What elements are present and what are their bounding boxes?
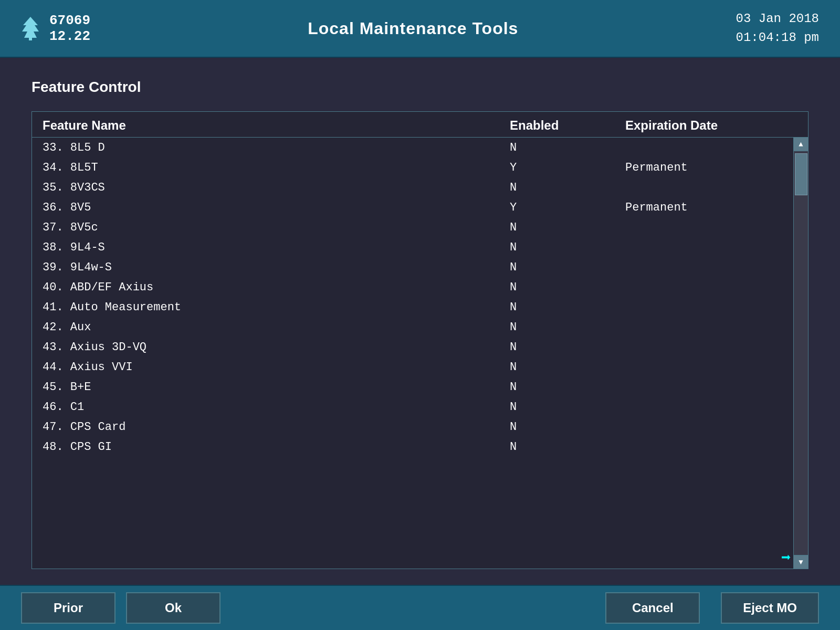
table-row[interactable]: 34. 8L5TYPermanent	[32, 158, 793, 177]
table-row[interactable]: 39. 9L4w-SN	[32, 257, 793, 277]
cell-feature-name: 35. 8V3CS	[43, 181, 510, 194]
tree-icon	[21, 16, 40, 41]
cell-expiry: Permanent	[625, 201, 793, 214]
table-row[interactable]: 46. C1N	[32, 397, 793, 417]
table-row[interactable]: 40. ABD/EF AxiusN	[32, 277, 793, 297]
main-content: Feature Control Feature Name Enabled Exp…	[0, 58, 840, 585]
cell-expiry: Permanent	[625, 161, 793, 174]
cell-enabled: N	[510, 321, 625, 334]
footer: Prior Ok Cancel Eject MO	[0, 585, 840, 630]
system-id: 67069	[49, 13, 90, 28]
svg-rect-1	[29, 38, 32, 40]
cursor-indicator: ⮕	[781, 552, 792, 565]
header-left: 67069 12.22	[21, 13, 90, 44]
table-row[interactable]: 45. B+EN	[32, 377, 793, 397]
cell-feature-name: 37. 8V5c	[43, 221, 510, 234]
cell-enabled: N	[510, 301, 625, 314]
table-row[interactable]: 42. AuxN	[32, 317, 793, 337]
table-row[interactable]: 41. Auto MeasurementN	[32, 297, 793, 317]
cell-feature-name: 43. Axius 3D-VQ	[43, 341, 510, 354]
header-date: 03 Jan 2018	[736, 9, 819, 28]
cell-feature-name: 39. 9L4w-S	[43, 261, 510, 274]
col-enabled: Enabled	[510, 118, 625, 133]
table-body: 33. 8L5 DN34. 8L5TYPermanent35. 8V3CSN36…	[32, 138, 808, 569]
cell-enabled: Y	[510, 201, 625, 214]
cell-feature-name: 46. C1	[43, 401, 510, 414]
cell-enabled: N	[510, 361, 625, 374]
scroll-up-arrow[interactable]: ▲	[794, 138, 808, 151]
table-row[interactable]: 36. 8V5YPermanent	[32, 197, 793, 217]
col-feature-name: Feature Name	[43, 118, 510, 133]
header: 67069 12.22 Local Maintenance Tools 03 J…	[0, 0, 840, 58]
cell-enabled: N	[510, 401, 625, 414]
scroll-down-arrow[interactable]: ▼	[794, 555, 808, 569]
eject-mo-button[interactable]: Eject MO	[721, 592, 819, 624]
cell-enabled: N	[510, 221, 625, 234]
table-row[interactable]: 44. Axius VVIN	[32, 357, 793, 377]
cell-enabled: Y	[510, 161, 625, 174]
prior-button[interactable]: Prior	[21, 592, 116, 624]
cell-enabled: N	[510, 141, 625, 154]
scrollbar-thumb[interactable]	[795, 153, 807, 195]
cell-enabled: N	[510, 421, 625, 434]
table-row[interactable]: 48. CPS GIN	[32, 437, 793, 457]
header-time: 01:04:18 pm	[736, 28, 819, 47]
cell-feature-name: 36. 8V5	[43, 201, 510, 214]
table-row[interactable]: 47. CPS CardN	[32, 417, 793, 437]
table-header: Feature Name Enabled Expiration Date	[32, 112, 808, 138]
cell-feature-name: 33. 8L5 D	[43, 141, 510, 154]
table-row[interactable]: 43. Axius 3D-VQN	[32, 337, 793, 357]
table-row[interactable]: 33. 8L5 DN	[32, 138, 793, 158]
cell-enabled: N	[510, 381, 625, 394]
ok-button[interactable]: Ok	[126, 592, 220, 624]
cell-feature-name: 44. Axius VVI	[43, 361, 510, 374]
cell-enabled: N	[510, 281, 625, 294]
cell-feature-name: 34. 8L5T	[43, 161, 510, 174]
system-version: 12.22	[49, 28, 90, 44]
cell-feature-name: 41. Auto Measurement	[43, 301, 510, 314]
cell-enabled: N	[510, 241, 625, 254]
col-expiration-date: Expiration Date	[625, 118, 793, 133]
cell-feature-name: 38. 9L4-S	[43, 241, 510, 254]
cell-feature-name: 45. B+E	[43, 381, 510, 394]
cell-feature-name: 42. Aux	[43, 321, 510, 334]
svg-marker-0	[22, 17, 39, 38]
cell-enabled: N	[510, 341, 625, 354]
cancel-button[interactable]: Cancel	[605, 592, 700, 624]
header-title: Local Maintenance Tools	[308, 19, 518, 38]
table-rows: 33. 8L5 DN34. 8L5TYPermanent35. 8V3CSN36…	[32, 138, 793, 569]
feature-table: Feature Name Enabled Expiration Date 33.…	[32, 111, 808, 569]
cell-feature-name: 40. ABD/EF Axius	[43, 281, 510, 294]
cell-feature-name: 47. CPS Card	[43, 421, 510, 434]
section-title: Feature Control	[32, 79, 808, 96]
cell-enabled: N	[510, 181, 625, 194]
table-row[interactable]: 38. 9L4-SN	[32, 237, 793, 257]
scrollbar[interactable]: ▲ ▼	[793, 138, 808, 569]
cell-enabled: N	[510, 261, 625, 274]
cell-feature-name: 48. CPS GI	[43, 440, 510, 454]
table-row[interactable]: 37. 8V5cN	[32, 217, 793, 237]
cell-enabled: N	[510, 440, 625, 454]
table-row[interactable]: 35. 8V3CSN	[32, 177, 793, 197]
header-id: 67069 12.22	[49, 13, 90, 44]
header-datetime: 03 Jan 2018 01:04:18 pm	[736, 9, 819, 47]
